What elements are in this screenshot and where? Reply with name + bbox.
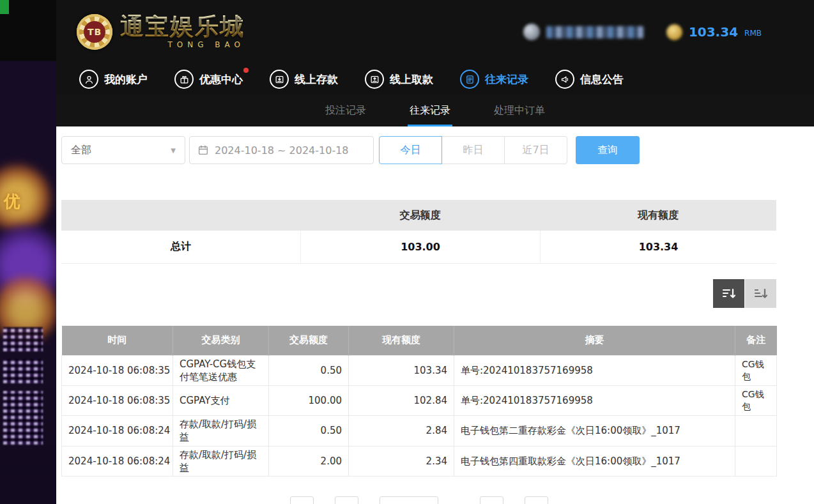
user-avatar[interactable] [523,24,540,40]
nav-label: 我的账户 [104,72,148,87]
deposit-icon [270,70,289,89]
site-window: TB 通宝娱乐城 TONG BAO 103.34 RMB [56,0,814,504]
pagination [61,496,776,504]
nav-item-online-deposit[interactable]: 线上存款 [270,70,338,89]
sort-buttons [61,279,776,308]
site-logo[interactable]: TB 通宝娱乐城 TONG BAO [77,14,245,50]
page-button[interactable] [480,496,503,504]
cell-time: 2024-10-18 06:08:35 [62,355,173,386]
desktop-background-strip: 优 [0,0,56,504]
cell-balance: 2.84 [349,416,454,447]
cell-balance: 103.34 [349,355,454,386]
cell-summary: 单号:202410183757169958 [454,355,735,386]
summary-total-label: 总计 [61,240,300,254]
filter-row: 全部 ▼ 2024-10-18 ~ 2024-10-18 今日 昨日 近7日 查… [61,136,776,164]
page-prev-button[interactable] [290,496,314,504]
cell-balance: 102.84 [349,386,454,416]
records-table-header: 时间 交易类别 交易额度 现有额度 摘要 备注 [62,326,777,355]
screen: 优 TB 通宝娱乐城 TONG BAO 103.34 [0,0,814,504]
table-row: 2024-10-18 06:08:24 存款/取款/打码/损益 2.00 2.3… [62,446,777,477]
logo-text: 通宝娱乐城 TONG BAO [120,15,245,49]
cell-note [735,416,777,447]
cell-amount: 100.00 [269,386,349,416]
cell-summary: 电子钱包第二重存款彩金《次日16:00领取》_1017 [454,416,735,447]
col-type: 交易类别 [173,326,269,355]
main-nav: 我的账户 优惠中心 线上存款 线上取款 [56,64,814,95]
nav-item-my-account[interactable]: 我的账户 [79,70,148,89]
balance-amount: 103.34 [689,24,738,40]
type-select-value: 全部 [71,144,91,157]
today-button[interactable]: 今日 [379,136,442,164]
cell-time: 2024-10-18 06:08:24 [62,446,173,477]
poker-chip-icon: TB [77,14,112,50]
background-glyph: 优 [4,190,20,213]
cell-amount: 0.50 [269,416,349,447]
nav-label: 优惠中心 [199,72,243,87]
balance-currency: RMB [744,29,762,38]
type-select[interactable]: 全部 ▼ [61,136,185,164]
records-icon [460,70,479,89]
page-next-button[interactable] [525,496,548,504]
summary-header-row: 交易额度 现有额度 [61,200,776,231]
cell-note: CG钱包 [735,355,777,386]
cell-amount: 0.50 [269,355,349,386]
notification-dot [243,68,249,73]
date-range-value: 2024-10-18 ~ 2024-10-18 [215,144,349,157]
tab-processing-orders[interactable]: 处理中订单 [492,95,547,126]
cell-time: 2024-10-18 06:08:35 [62,386,173,416]
gift-icon [174,70,194,89]
nav-item-transaction-records[interactable]: 往来记录 [460,70,528,89]
last7days-button[interactable]: 近7日 [504,136,567,164]
yesterday-button[interactable]: 昨日 [442,136,505,164]
table-row: 2024-10-18 06:08:24 存款/取款/打码/损益 0.50 2.8… [62,416,777,447]
announcement-icon [555,70,574,89]
tab-transaction-records[interactable]: 往来记录 [408,95,452,126]
date-range-picker[interactable]: 2024-10-18 ~ 2024-10-18 [189,136,374,164]
cell-summary: 单号:202410183757169958 [454,386,735,416]
table-row: 2024-10-18 06:08:35 CGPAY-CG钱包支付笔笔送优惠 0.… [62,355,777,386]
col-balance: 现有额度 [349,326,454,355]
cell-type: CGPAY-CG钱包支付笔笔送优惠 [173,355,269,386]
summary-table: 交易额度 现有额度 总计 103.00 103.34 [61,200,776,264]
cell-time: 2024-10-18 06:08:24 [62,416,173,447]
page-content: 全部 ▼ 2024-10-18 ~ 2024-10-18 今日 昨日 近7日 查… [56,126,814,504]
chevron-down-icon: ▼ [171,147,176,154]
cell-type: 存款/取款/打码/损益 [173,416,269,447]
sort-ascending-button[interactable] [745,279,776,308]
col-note: 备注 [735,326,777,355]
nav-item-announcements[interactable]: 信息公告 [555,70,624,89]
user-area: 103.34 RMB [523,24,762,40]
site-header: TB 通宝娱乐城 TONG BAO 103.34 RMB [56,0,814,64]
page-button[interactable] [335,496,358,504]
username-blurred [546,26,643,38]
cell-summary: 电子钱包第四重取款彩金《次日16:00领取》_1017 [454,446,735,477]
sort-descending-button[interactable] [713,279,744,308]
col-amount: 交易额度 [269,326,349,355]
cell-note [735,446,777,477]
summary-total-row: 总计 103.00 103.34 [61,231,776,264]
coin-icon [666,24,682,40]
col-time: 时间 [62,326,173,355]
cell-balance: 2.34 [349,446,454,477]
nav-label: 信息公告 [580,72,624,87]
cell-amount: 2.00 [269,446,349,477]
calendar-icon [197,144,209,156]
table-row: 2024-10-18 06:08:35 CGPAY支付 100.00 102.8… [62,386,777,416]
cell-note: CG钱包 [735,386,777,416]
col-summary: 摘要 [454,326,735,355]
summary-col-transaction: 交易额度 [300,209,540,222]
page-size-select[interactable] [380,496,438,504]
sub-tabbar: 投注记录 往来记录 处理中订单 [56,95,814,126]
background-qr-pattern [3,359,43,383]
query-button[interactable]: 查询 [576,136,640,164]
tab-betting-records[interactable]: 投注记录 [323,95,368,126]
cell-type: 存款/取款/打码/损益 [173,446,269,477]
chip-label: TB [84,21,105,43]
nav-item-online-withdraw[interactable]: 线上取款 [365,70,433,89]
nav-label: 线上存款 [295,72,338,87]
background-qr-pattern [3,327,43,351]
nav-label: 线上取款 [390,72,433,87]
nav-item-promotions[interactable]: 优惠中心 [174,70,243,89]
nav-label: 往来记录 [485,72,528,87]
summary-total-balance: 103.34 [540,231,776,263]
